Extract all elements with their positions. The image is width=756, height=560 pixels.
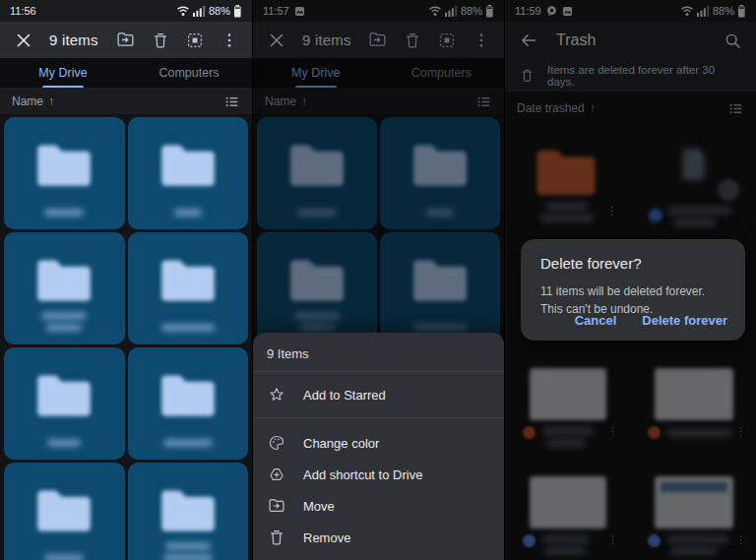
overflow-menu-icon[interactable] [220, 31, 238, 49]
close-icon[interactable] [14, 31, 33, 50]
folder-icon [33, 368, 94, 417]
status-bar: 11:56 88% [0, 0, 252, 22]
drive-shortcut-icon [268, 466, 285, 483]
menu-item-remove[interactable]: Remove [253, 522, 504, 553]
folder-tile[interactable] [128, 117, 249, 229]
cancel-button[interactable]: Cancel [575, 313, 617, 328]
panel-trash-dialog: 11:59 88% Trash Items are deleted foreve… [504, 0, 756, 560]
delete-icon[interactable] [152, 31, 169, 49]
battery-icon [233, 5, 242, 18]
sort-label[interactable]: Name [12, 94, 43, 108]
move-folder-icon [268, 497, 285, 515]
signal-icon [193, 5, 206, 17]
delete-forever-dialog: Delete forever? 11 items will be deleted… [521, 239, 745, 341]
blurred-folder-name [44, 209, 84, 217]
select-all-icon[interactable] [186, 31, 204, 49]
blurred-folder-name [174, 209, 202, 217]
blurred-folder-name [163, 439, 213, 447]
folder-tile[interactable] [4, 117, 125, 229]
trash-icon [268, 529, 285, 546]
folder-icon [33, 138, 94, 187]
status-time: 11:56 [10, 5, 36, 17]
dialog-title: Delete forever? [540, 255, 725, 272]
blurred-folder-name [41, 312, 87, 320]
menu-item-add-shortcut[interactable]: Add shortcut to Drive [253, 459, 504, 490]
blurred-folder-name [47, 439, 81, 447]
folder-icon [158, 368, 219, 417]
blurred-folder-name [163, 554, 213, 560]
battery-percent: 88% [209, 5, 230, 17]
triple-screenshot-composite: 11:56 88% 9 items My Drive Computers [0, 0, 756, 560]
active-tab-underline [42, 86, 84, 89]
folder-tile[interactable] [4, 347, 125, 460]
folder-tile[interactable] [128, 347, 249, 460]
folder-icon [158, 253, 219, 302]
move-folder-icon[interactable] [116, 31, 135, 49]
menu-item-change-color[interactable]: Change color [253, 427, 504, 459]
folder-icon [158, 483, 219, 532]
drive-tabs: My Drive Computers [0, 58, 252, 88]
folder-tile[interactable] [4, 232, 125, 344]
folder-tile[interactable] [4, 463, 125, 560]
menu-header: 9 Items [253, 333, 504, 371]
palette-icon [268, 434, 285, 452]
blurred-folder-name [44, 554, 84, 560]
selection-count-title: 9 items [49, 31, 98, 48]
tab-computers[interactable]: Computers [126, 58, 252, 88]
panel-drive-selection: 11:56 88% 9 items My Drive Computers [0, 0, 252, 560]
panel-drive-context-menu: 11:57 88% 9 items My Drive Computers [252, 0, 504, 560]
delete-forever-button[interactable]: Delete forever [642, 313, 727, 328]
wifi-icon [176, 5, 190, 17]
folder-tile[interactable] [128, 232, 249, 344]
selection-app-bar: 9 items [0, 22, 252, 58]
blurred-folder-name [165, 542, 211, 550]
context-menu-sheet: 9 Items Add to Starred Change color Add … [253, 333, 504, 560]
sort-arrow-up-icon: ↑ [48, 94, 54, 108]
tab-my-drive[interactable]: My Drive [0, 58, 126, 88]
sort-row: Name ↑ [0, 88, 252, 115]
star-icon [268, 386, 285, 404]
folder-icon [33, 483, 94, 532]
folder-icon [33, 253, 94, 302]
folder-tile[interactable] [128, 463, 249, 560]
blurred-folder-name [46, 324, 82, 332]
blurred-folder-name [161, 324, 215, 332]
list-view-icon[interactable] [223, 93, 240, 110]
folder-icon [158, 138, 219, 187]
menu-item-move[interactable]: Move [253, 490, 504, 522]
menu-item-add-to-starred[interactable]: Add to Starred [253, 372, 504, 417]
folder-grid [0, 114, 252, 560]
